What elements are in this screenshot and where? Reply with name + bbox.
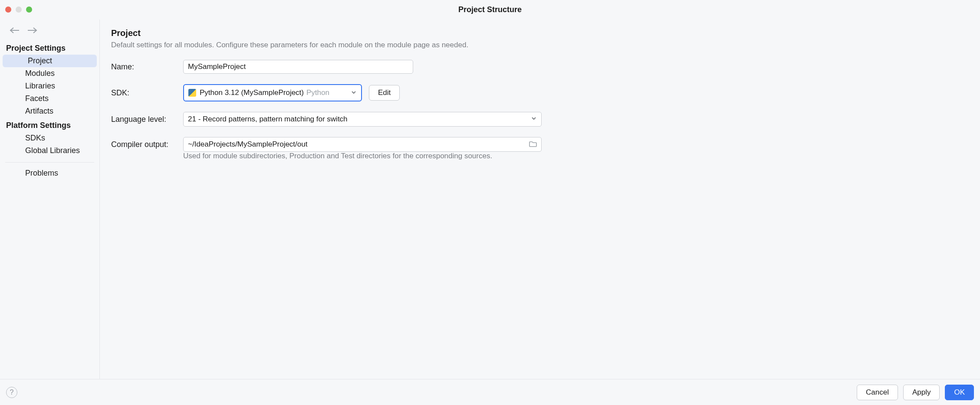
sidebar-item-global-libraries[interactable]: Global Libraries bbox=[0, 144, 99, 157]
sdk-selected-type: Python bbox=[306, 88, 329, 97]
python-icon bbox=[188, 89, 196, 97]
apply-button[interactable]: Apply bbox=[903, 385, 940, 400]
page-subtitle: Default settings for all modules. Config… bbox=[111, 41, 969, 49]
page-title: Project bbox=[111, 28, 969, 38]
language-level-label: Language level: bbox=[111, 115, 176, 124]
sdk-row: SDK: Python 3.12 (MySampleProject) Pytho… bbox=[111, 84, 969, 101]
sidebar: Project Settings Project Modules Librari… bbox=[0, 20, 100, 379]
sdk-label: SDK: bbox=[111, 88, 176, 98]
dialog-footer: ? Cancel Apply OK bbox=[0, 379, 980, 405]
content-pane: Project Default settings for all modules… bbox=[100, 20, 980, 379]
sidebar-section-header-project-settings: Project Settings bbox=[0, 40, 99, 55]
compiler-output-field-wrap bbox=[183, 137, 542, 152]
sdk-dropdown[interactable]: Python 3.12 (MySampleProject) Python bbox=[183, 84, 362, 101]
cancel-button[interactable]: Cancel bbox=[857, 385, 898, 400]
name-input[interactable] bbox=[183, 60, 413, 74]
folder-icon[interactable] bbox=[529, 140, 537, 149]
titlebar: Project Structure bbox=[0, 0, 980, 19]
window-title: Project Structure bbox=[0, 5, 980, 14]
main-area: Project Settings Project Modules Librari… bbox=[0, 19, 980, 379]
name-row: Name: bbox=[111, 60, 969, 74]
compiler-output-label: Compiler output: bbox=[111, 140, 176, 149]
name-label: Name: bbox=[111, 62, 176, 72]
sidebar-item-facets[interactable]: Facets bbox=[0, 92, 99, 105]
sidebar-item-modules[interactable]: Modules bbox=[0, 67, 99, 80]
ok-button[interactable]: OK bbox=[945, 385, 974, 400]
sidebar-item-project[interactable]: Project bbox=[3, 55, 97, 67]
chevron-down-icon bbox=[351, 88, 357, 98]
language-level-dropdown[interactable]: 21 - Record patterns, pattern matching f… bbox=[183, 112, 542, 127]
sidebar-item-sdks[interactable]: SDKs bbox=[0, 132, 99, 144]
sidebar-section-header-platform-settings: Platform Settings bbox=[0, 118, 99, 132]
sidebar-divider bbox=[5, 162, 94, 163]
compiler-output-row: Compiler output: bbox=[111, 137, 969, 152]
sidebar-item-artifacts[interactable]: Artifacts bbox=[0, 105, 99, 118]
help-button[interactable]: ? bbox=[6, 387, 17, 398]
history-nav bbox=[0, 25, 99, 40]
language-level-row: Language level: 21 - Record patterns, pa… bbox=[111, 112, 969, 127]
compiler-output-input[interactable] bbox=[188, 140, 529, 149]
forward-icon[interactable] bbox=[27, 26, 37, 36]
compiler-output-note: Used for module subdirectories, Producti… bbox=[183, 152, 969, 160]
back-icon[interactable] bbox=[10, 26, 20, 36]
sidebar-item-libraries[interactable]: Libraries bbox=[0, 80, 99, 92]
language-level-value: 21 - Record patterns, pattern matching f… bbox=[188, 115, 348, 124]
chevron-down-icon bbox=[531, 115, 537, 124]
footer-buttons: Cancel Apply OK bbox=[857, 385, 974, 400]
sdk-edit-button[interactable]: Edit bbox=[369, 85, 400, 101]
sdk-selected-main: Python 3.12 (MySampleProject) bbox=[200, 88, 304, 97]
sidebar-item-problems[interactable]: Problems bbox=[0, 167, 99, 180]
